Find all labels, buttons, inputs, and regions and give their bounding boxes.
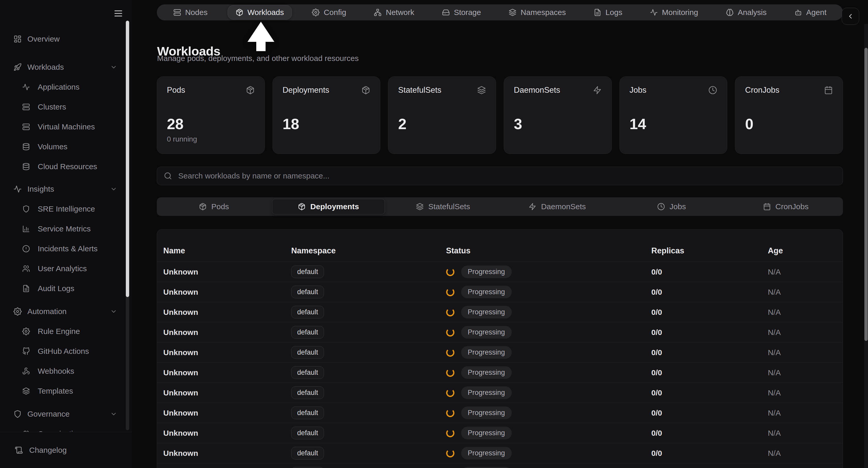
tab-agent[interactable]: Agent — [786, 5, 834, 19]
sidebar-item-changelog[interactable]: Changelog — [0, 432, 132, 468]
status-badge: Progressing — [461, 266, 512, 278]
subtab-statefulsets[interactable]: StatefulSets — [387, 199, 499, 214]
tab-nodes[interactable]: Nodes — [165, 5, 215, 19]
collapse-panel-button[interactable] — [842, 8, 859, 25]
stat-card-subtext: 0 running — [167, 135, 255, 145]
table-row[interactable]: UnknowndefaultProgressing0/0N/A — [157, 302, 843, 322]
workload-name: Unknown — [163, 308, 291, 317]
sidebar-scroll-area: OverviewWorkloadsApplicationsClustersVir… — [0, 0, 132, 432]
sidebar-item-label: Webhooks — [38, 367, 74, 376]
sidebar-item-virtual-machines[interactable]: Virtual Machines — [0, 117, 132, 137]
tab-label: Monitoring — [662, 8, 698, 17]
table-row[interactable]: UnknowndefaultProgressing0/0N/A — [157, 322, 843, 342]
sidebar-item-service-metrics[interactable]: Service Metrics — [0, 219, 132, 239]
table-row[interactable]: UnknowndefaultProgressing0/0N/A — [157, 262, 843, 282]
sidebar-item-applications[interactable]: Applications — [0, 77, 132, 97]
table-row[interactable]: UnknowndefaultProgressing0/0N/A — [157, 282, 843, 302]
sidebar-item-cloud-resources[interactable]: Cloud Resources — [0, 157, 132, 177]
stat-card-title: Deployments — [283, 86, 330, 95]
sidebar-item-rule-engine[interactable]: Rule Engine — [0, 321, 132, 341]
sidebar-item-github-actions[interactable]: GitHub Actions — [0, 341, 132, 361]
tab-monitoring[interactable]: Monitoring — [642, 5, 706, 19]
main-scrollbar-thumb[interactable] — [864, 48, 868, 341]
sidebar-item-sre-intelligence[interactable]: SRE Intelligence — [0, 199, 132, 219]
sidebar-item-label: Automation — [27, 307, 67, 316]
replicas-cell: 0/0 — [651, 368, 768, 377]
namespace-badge: default — [291, 386, 324, 399]
file-text-icon — [594, 8, 601, 16]
table-row[interactable]: UnknowndefaultProgressing0/0N/A — [157, 443, 843, 463]
sidebar-item-label: Cloud Resources — [38, 162, 97, 171]
tab-network[interactable]: Network — [366, 5, 422, 19]
search-input[interactable] — [178, 171, 836, 181]
sidebar: OverviewWorkloadsApplicationsClustersVir… — [0, 0, 132, 468]
stat-card-subtext — [629, 135, 717, 145]
tab-storage[interactable]: Storage — [434, 5, 489, 19]
namespace-cell: default — [291, 366, 446, 379]
workload-type-tabs: PodsDeploymentsStatefulSetsDaemonSetsJob… — [157, 197, 843, 216]
sidebar-item-user-analytics[interactable]: User Analytics — [0, 258, 132, 278]
tab-logs[interactable]: Logs — [586, 5, 630, 19]
namespace-cell: default — [291, 326, 446, 339]
sidebar-item-audit-logs[interactable]: Audit Logs — [0, 278, 132, 298]
stat-card-subtext — [283, 135, 370, 145]
shield-icon — [22, 205, 30, 213]
workload-name: Unknown — [163, 268, 291, 276]
subtab-label: StatefulSets — [428, 202, 470, 211]
workload-name: Unknown — [163, 328, 291, 337]
sidebar-item-webhooks[interactable]: Webhooks — [0, 361, 132, 381]
sidebar-item-volumes[interactable]: Volumes — [0, 137, 132, 157]
sidebar-footer-label: Changelog — [29, 446, 67, 455]
table-row[interactable]: UnknowndefaultProgressing0/0N/A — [157, 342, 843, 362]
sidebar-item-governance[interactable]: Governance — [0, 404, 132, 424]
status-badge: Progressing — [461, 427, 512, 439]
dashboard-icon — [13, 35, 22, 43]
status-cell: Progressing — [446, 467, 652, 468]
namespace-badge: default — [291, 407, 324, 419]
sidebar-item-label: Volumes — [38, 142, 67, 151]
sidebar-scrollbar-thumb[interactable] — [126, 21, 129, 297]
sidebar-item-organizations[interactable]: Organizations — [0, 424, 132, 432]
sidebar-item-label: Governance — [27, 410, 69, 418]
replicas-cell: 0/0 — [651, 449, 768, 458]
table-header-row: NameNamespaceStatusReplicasAge — [157, 229, 843, 262]
bot-icon — [795, 8, 802, 16]
table-row[interactable]: UnknowndefaultProgressing0/0N/A — [157, 403, 843, 423]
table-row[interactable]: UnknowndefaultProgressing0/0N/A — [157, 463, 843, 468]
stat-card-value: 3 — [514, 117, 602, 131]
app-window: OverviewWorkloadsApplicationsClustersVir… — [0, 0, 868, 468]
tab-config[interactable]: Config — [304, 5, 354, 19]
table-row[interactable]: UnknowndefaultProgressing0/0N/A — [157, 362, 843, 382]
sidebar-item-label: GitHub Actions — [38, 347, 89, 356]
table-row[interactable]: UnknowndefaultProgressing0/0N/A — [157, 382, 843, 403]
sidebar-item-templates[interactable]: Templates — [0, 381, 132, 401]
tab-label: Agent — [806, 8, 827, 17]
sidebar-item-workloads[interactable]: Workloads — [0, 57, 132, 77]
tab-analysis[interactable]: Analysis — [718, 5, 774, 19]
table-row[interactable]: UnknowndefaultProgressing0/0N/A — [157, 423, 843, 443]
chevron-down-icon — [110, 308, 117, 315]
namespace-cell: default — [291, 407, 446, 419]
replicas-cell: 0/0 — [651, 328, 768, 337]
status-cell: Progressing — [446, 306, 652, 318]
webhook-icon — [22, 367, 30, 375]
sidebar-item-clusters[interactable]: Clusters — [0, 97, 132, 117]
sidebar-item-insights[interactable]: Insights — [0, 179, 132, 199]
subtab-daemonsets[interactable]: DaemonSets — [501, 199, 613, 214]
activity-icon — [650, 8, 658, 16]
status-badge: Progressing — [461, 407, 512, 419]
sidebar-item-automation[interactable]: Automation — [0, 302, 132, 321]
workload-name: Unknown — [163, 449, 291, 458]
subtab-cronjobs[interactable]: CronJobs — [730, 199, 842, 214]
tab-workloads[interactable]: Workloads — [227, 5, 292, 20]
tab-label: Workloads — [247, 8, 284, 17]
sidebar-item-overview[interactable]: Overview — [0, 29, 132, 49]
subtab-jobs[interactable]: Jobs — [615, 199, 727, 214]
gear-icon — [13, 307, 22, 316]
subtab-pods[interactable]: Pods — [158, 199, 270, 214]
stat-card-value: 28 — [167, 117, 255, 131]
subtab-deployments[interactable]: Deployments — [272, 199, 385, 214]
sidebar-item-incidents-alerts[interactable]: Incidents & Alerts — [0, 239, 132, 258]
chevron-down-icon — [110, 64, 117, 71]
tab-namespaces[interactable]: Namespaces — [501, 5, 574, 19]
